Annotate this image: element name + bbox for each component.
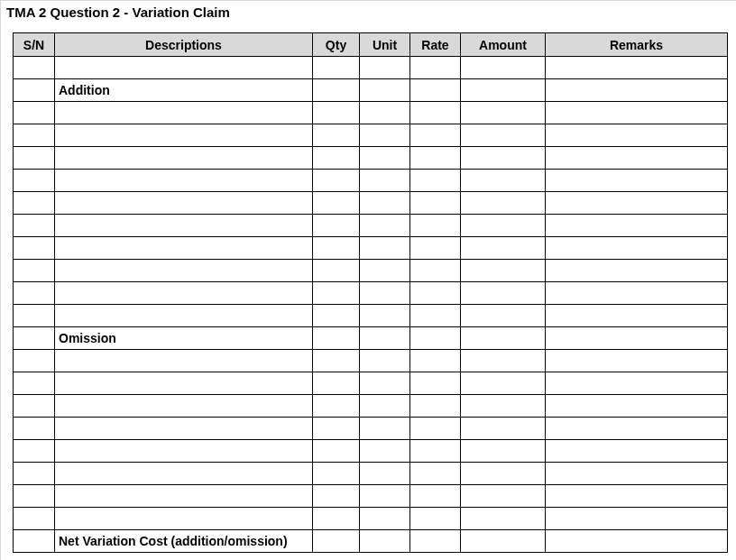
cell-unit[interactable] — [360, 530, 410, 553]
cell-desc[interactable] — [55, 147, 313, 170]
cell-amount[interactable] — [461, 350, 546, 372]
cell-remarks[interactable] — [546, 79, 728, 102]
cell-sn[interactable] — [14, 147, 55, 170]
cell-unit[interactable] — [360, 440, 410, 463]
cell-desc[interactable] — [55, 463, 313, 485]
cell-sn[interactable] — [14, 282, 55, 305]
cell-qty[interactable] — [313, 79, 360, 102]
cell-unit[interactable] — [360, 350, 410, 372]
cell-desc[interactable] — [55, 57, 313, 79]
cell-qty[interactable] — [313, 395, 360, 418]
cell-qty[interactable] — [313, 508, 360, 530]
cell-desc[interactable]: Omission — [55, 327, 313, 350]
cell-remarks[interactable] — [546, 215, 728, 237]
cell-remarks[interactable] — [546, 327, 728, 350]
cell-amount[interactable] — [461, 395, 546, 418]
cell-amount[interactable] — [461, 237, 546, 260]
cell-rate[interactable] — [410, 147, 461, 170]
cell-desc[interactable]: Addition — [55, 79, 313, 102]
cell-remarks[interactable] — [546, 260, 728, 282]
cell-amount[interactable] — [461, 372, 546, 395]
cell-rate[interactable] — [410, 350, 461, 372]
cell-amount[interactable] — [461, 147, 546, 170]
cell-unit[interactable] — [360, 418, 410, 440]
cell-desc[interactable] — [55, 215, 313, 237]
cell-unit[interactable] — [360, 260, 410, 282]
cell-amount[interactable] — [461, 418, 546, 440]
cell-remarks[interactable] — [546, 147, 728, 170]
cell-rate[interactable] — [410, 305, 461, 327]
cell-unit[interactable] — [360, 57, 410, 79]
cell-sn[interactable] — [14, 372, 55, 395]
cell-sn[interactable] — [14, 350, 55, 372]
cell-qty[interactable] — [313, 440, 360, 463]
cell-rate[interactable] — [410, 372, 461, 395]
cell-amount[interactable] — [461, 192, 546, 215]
cell-desc[interactable]: Net Variation Cost (addition/omission) — [55, 530, 313, 553]
cell-unit[interactable] — [360, 463, 410, 485]
cell-sn[interactable] — [14, 79, 55, 102]
cell-qty[interactable] — [313, 418, 360, 440]
cell-desc[interactable] — [55, 237, 313, 260]
cell-sn[interactable] — [14, 440, 55, 463]
cell-desc[interactable] — [55, 305, 313, 327]
cell-amount[interactable] — [461, 79, 546, 102]
cell-unit[interactable] — [360, 282, 410, 305]
cell-qty[interactable] — [313, 102, 360, 124]
cell-remarks[interactable] — [546, 57, 728, 79]
cell-sn[interactable] — [14, 124, 55, 147]
cell-sn[interactable] — [14, 418, 55, 440]
cell-unit[interactable] — [360, 79, 410, 102]
cell-remarks[interactable] — [546, 463, 728, 485]
cell-amount[interactable] — [461, 57, 546, 79]
cell-unit[interactable] — [360, 215, 410, 237]
cell-remarks[interactable] — [546, 305, 728, 327]
cell-desc[interactable] — [55, 282, 313, 305]
cell-rate[interactable] — [410, 530, 461, 553]
cell-rate[interactable] — [410, 440, 461, 463]
cell-qty[interactable] — [313, 463, 360, 485]
cell-qty[interactable] — [313, 372, 360, 395]
cell-amount[interactable] — [461, 440, 546, 463]
cell-rate[interactable] — [410, 463, 461, 485]
cell-remarks[interactable] — [546, 124, 728, 147]
cell-sn[interactable] — [14, 57, 55, 79]
cell-qty[interactable] — [313, 147, 360, 170]
cell-qty[interactable] — [313, 192, 360, 215]
cell-sn[interactable] — [14, 305, 55, 327]
cell-unit[interactable] — [360, 192, 410, 215]
cell-amount[interactable] — [461, 508, 546, 530]
cell-qty[interactable] — [313, 124, 360, 147]
cell-remarks[interactable] — [546, 508, 728, 530]
cell-qty[interactable] — [313, 305, 360, 327]
cell-qty[interactable] — [313, 170, 360, 192]
cell-rate[interactable] — [410, 485, 461, 508]
cell-qty[interactable] — [313, 57, 360, 79]
cell-unit[interactable] — [360, 508, 410, 530]
cell-remarks[interactable] — [546, 350, 728, 372]
cell-sn[interactable] — [14, 530, 55, 553]
cell-qty[interactable] — [313, 260, 360, 282]
cell-unit[interactable] — [360, 327, 410, 350]
cell-remarks[interactable] — [546, 372, 728, 395]
cell-sn[interactable] — [14, 485, 55, 508]
cell-desc[interactable] — [55, 170, 313, 192]
cell-sn[interactable] — [14, 395, 55, 418]
cell-unit[interactable] — [360, 372, 410, 395]
cell-sn[interactable] — [14, 170, 55, 192]
cell-desc[interactable] — [55, 350, 313, 372]
cell-sn[interactable] — [14, 237, 55, 260]
cell-qty[interactable] — [313, 327, 360, 350]
cell-amount[interactable] — [461, 282, 546, 305]
cell-remarks[interactable] — [546, 418, 728, 440]
cell-remarks[interactable] — [546, 485, 728, 508]
cell-rate[interactable] — [410, 79, 461, 102]
cell-sn[interactable] — [14, 463, 55, 485]
cell-amount[interactable] — [461, 170, 546, 192]
cell-unit[interactable] — [360, 170, 410, 192]
cell-amount[interactable] — [461, 530, 546, 553]
cell-amount[interactable] — [461, 260, 546, 282]
cell-qty[interactable] — [313, 215, 360, 237]
cell-unit[interactable] — [360, 124, 410, 147]
cell-unit[interactable] — [360, 395, 410, 418]
